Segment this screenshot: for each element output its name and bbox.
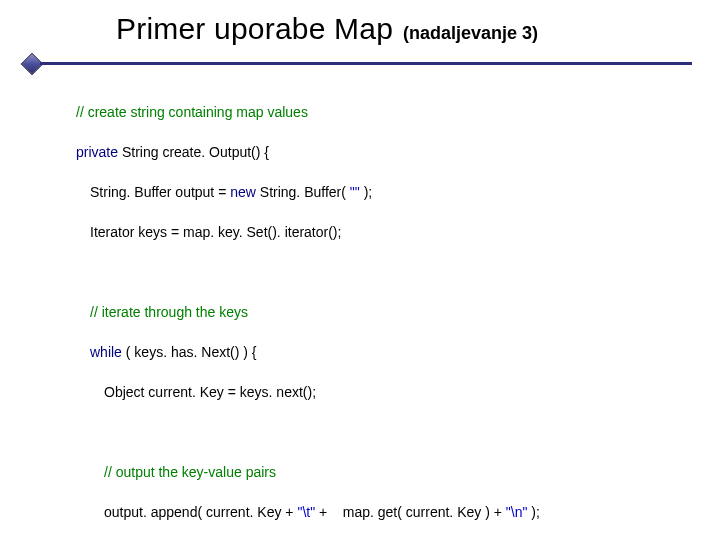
title-rule [16, 54, 692, 74]
comment: // output the key-value pairs [76, 464, 276, 480]
slide: Primer uporabe Map (nadaljevanje 3) // c… [0, 0, 720, 540]
page-title: Primer uporabe Map [116, 12, 393, 46]
code-text: ); [527, 504, 539, 520]
string-literal: "\t" [297, 504, 315, 520]
code-text: String create. Output() { [118, 144, 269, 160]
code-text: output. append( current. Key + [76, 504, 297, 520]
code-text: String. Buffer( [256, 184, 350, 200]
page-subtitle: (nadaljevanje 3) [401, 23, 538, 44]
string-literal: "\n" [506, 504, 528, 520]
string-literal: "" [350, 184, 360, 200]
code-block: // create string containing map values p… [76, 82, 690, 540]
code-text: String. Buffer output = [76, 184, 230, 200]
keyword-while: while [76, 344, 122, 360]
title-row: Primer uporabe Map (nadaljevanje 3) [116, 12, 680, 46]
horizontal-rule [40, 62, 692, 65]
keyword-new: new [230, 184, 256, 200]
code-text: ); [360, 184, 372, 200]
comment: // create string containing map values [76, 104, 308, 120]
code-text: + map. get( current. Key ) + [315, 504, 506, 520]
code-text: ( keys. has. Next() ) { [122, 344, 257, 360]
code-text: Iterator keys = map. key. Set(). iterato… [76, 224, 341, 240]
comment: // iterate through the keys [76, 304, 248, 320]
code-text: Object current. Key = keys. next(); [76, 384, 316, 400]
keyword-private: private [76, 144, 118, 160]
